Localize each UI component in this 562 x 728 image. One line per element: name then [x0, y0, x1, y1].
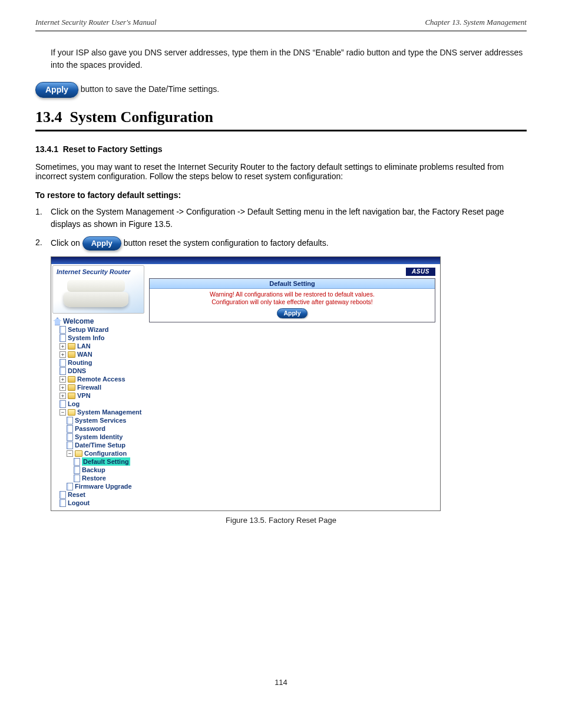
tree-item-routing[interactable]: Routing: [54, 358, 144, 367]
tree-item-label: Password: [75, 424, 105, 433]
page-icon: [59, 367, 66, 375]
expand-toggle-icon[interactable]: −: [59, 409, 66, 416]
panel-warning-2: Configuration will only take effective a…: [152, 298, 432, 306]
running-header: Internet Security Router User's Manual C…: [35, 18, 527, 27]
folder-open-icon: [75, 450, 82, 457]
steps-title: To restore to factory default settings:: [35, 190, 527, 200]
folder-icon: [68, 384, 75, 391]
page-icon: [59, 326, 66, 334]
panel-warning-1: Warning! All configurations will be rest…: [152, 291, 432, 298]
tree-item-fw[interactable]: Firmware Upgrade: [54, 482, 144, 490]
section-13-4-1-lead: Sometimes, you may want to reset the Int…: [35, 162, 527, 181]
expand-toggle-icon[interactable]: +: [59, 384, 66, 391]
section-13-4-1-heading: 13.4.1 Reset to Factory Settings: [35, 144, 527, 154]
section-rule: [35, 130, 527, 131]
page-icon: [74, 475, 80, 482]
section-13-4-1-num: 13.4.1: [35, 144, 58, 154]
tree-item-label: LAN: [77, 342, 91, 350]
page-icon: [59, 499, 66, 507]
section-13-4-num: 13.4: [35, 108, 62, 126]
apply-button-image-2: Apply: [82, 236, 121, 251]
tree-item-label: WAN: [77, 350, 92, 358]
step-1: 1. Click on the System Management -> Con…: [35, 206, 527, 230]
tree-item-label: Firmware Upgrade: [75, 482, 132, 490]
page-icon: [67, 433, 73, 441]
step-2: 2. Click on Apply button reset the syste…: [35, 236, 527, 251]
tree-item-label: VPN: [77, 391, 91, 400]
tree-item-reset[interactable]: Reset: [54, 490, 144, 499]
page-icon: [67, 483, 73, 490]
apply-note-line: Apply button to save the Date/Time setti…: [35, 82, 527, 98]
page-icon: [59, 359, 66, 367]
step-2-post: button reset the system configuration to…: [124, 238, 329, 248]
folder-icon: [68, 376, 75, 383]
tree-item-config[interactable]: −Configuration: [54, 449, 144, 457]
page-icon: [59, 491, 66, 499]
tree-item-label: Default Setting: [82, 457, 130, 466]
tree-item-label: DDNS: [68, 367, 86, 375]
shot-main: ASUS Default Setting Warning! All config…: [146, 264, 440, 510]
tree-item-label: Routing: [68, 358, 92, 367]
tree-item-setup[interactable]: Setup Wizard: [54, 325, 144, 334]
page-icon: [74, 458, 80, 466]
tree-item-label: Remote Access: [77, 375, 125, 383]
expand-toggle-icon[interactable]: −: [67, 450, 73, 457]
step-2-pre: Click on: [51, 238, 82, 248]
apply-button-image-1: Apply: [35, 82, 78, 98]
shot-brand-panel: Internet Security Router: [52, 265, 144, 314]
tree-item-wan[interactable]: +WAN: [54, 350, 144, 358]
section-13-4-1-title: Reset to Factory Settings: [63, 144, 163, 154]
tree-item-sysmgmt[interactable]: −System Management: [54, 408, 144, 416]
page-icon: [59, 334, 66, 342]
figure-caption: Figure 13.5. Factory Reset Page: [35, 516, 527, 525]
shot-sidebar: Internet Security Router Welcome Setup W…: [51, 264, 146, 510]
expand-toggle-icon[interactable]: +: [59, 343, 66, 350]
expand-toggle-icon[interactable]: +: [59, 393, 66, 399]
expand-toggle-icon[interactable]: +: [59, 376, 66, 383]
tree-item-backup[interactable]: Backup: [54, 466, 144, 474]
tree-item-label: Reset: [68, 490, 85, 499]
page-number: 114: [35, 678, 527, 687]
figure-13-5-screenshot: Internet Security Router Welcome Setup W…: [51, 256, 441, 511]
tree-item-ident[interactable]: System Identity: [54, 433, 144, 441]
tree-item-pwd[interactable]: Password: [54, 424, 144, 433]
tree-item-label: Restore: [82, 474, 106, 482]
tree-item-label: System Identity: [75, 433, 123, 441]
panel-apply-button[interactable]: Apply: [277, 308, 307, 318]
nav-tree: Welcome Setup WizardSystem Info+LAN+WANR…: [51, 315, 146, 510]
tree-item-restore[interactable]: Restore: [54, 474, 144, 482]
page-icon: [67, 442, 73, 449]
tree-item-label: Configuration: [84, 449, 127, 457]
tree-item-dts[interactable]: Date/Time Setup: [54, 441, 144, 449]
tree-item-lan[interactable]: +LAN: [54, 342, 144, 350]
welcome-label: Welcome: [63, 317, 94, 325]
step-2-text: Click on Apply button reset the system c…: [51, 236, 527, 251]
folder-icon: [68, 393, 75, 399]
step-1-num: 1.: [35, 206, 51, 230]
tree-item-remote[interactable]: +Remote Access: [54, 375, 144, 383]
section-13-4-title: System Configuration: [70, 108, 213, 126]
home-icon: [54, 318, 61, 325]
tree-item-sysinfo[interactable]: System Info: [54, 334, 144, 342]
tree-item-vpn[interactable]: +VPN: [54, 391, 144, 400]
step-2-num: 2.: [35, 236, 51, 251]
tree-item-log[interactable]: Log: [54, 400, 144, 408]
page-icon: [59, 400, 66, 408]
tree-item-label: Firewall: [77, 383, 101, 391]
folder-open-icon: [68, 409, 75, 416]
tree-root-welcome[interactable]: Welcome: [54, 317, 144, 325]
header-right: Chapter 13. System Management: [425, 18, 527, 27]
tree-item-label: System Info: [68, 334, 104, 342]
tree-item-syssvc[interactable]: System Services: [54, 416, 144, 424]
tree-item-label: Setup Wizard: [68, 325, 109, 334]
tree-item-logout[interactable]: Logout: [54, 499, 144, 507]
tree-item-defset[interactable]: Default Setting: [54, 457, 144, 466]
expand-toggle-icon[interactable]: +: [59, 351, 66, 358]
apply-note-text: button to save the Date/Time settings.: [81, 84, 219, 94]
tree-item-firewall[interactable]: +Firewall: [54, 383, 144, 391]
step-1-text: Click on the System Management -> Config…: [51, 206, 527, 230]
default-setting-panel: Default Setting Warning! All configurati…: [149, 278, 435, 322]
tree-item-label: Log: [68, 400, 80, 408]
asus-logo: ASUS: [406, 268, 435, 276]
tree-item-ddns[interactable]: DDNS: [54, 367, 144, 375]
